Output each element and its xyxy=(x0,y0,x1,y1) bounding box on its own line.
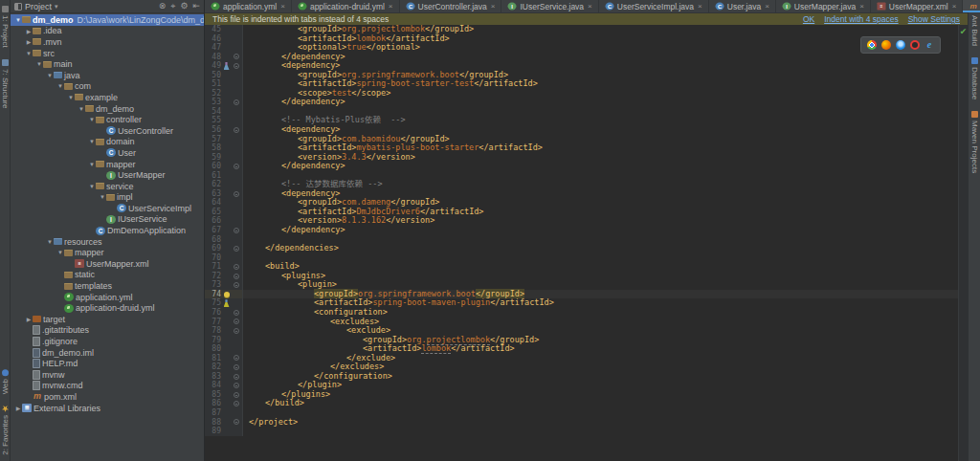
fold-marker-icon[interactable] xyxy=(232,401,241,406)
fold-marker-icon[interactable] xyxy=(232,127,241,133)
settings-icon[interactable]: ⚙ xyxy=(180,1,188,11)
code-line-87[interactable]: 87 xyxy=(205,408,958,418)
tree-item-usermapper[interactable]: IUserMapper xyxy=(11,169,204,181)
tree-expander-icon[interactable]: ▼ xyxy=(67,95,75,100)
tree-item-usermapper-xml[interactable]: ≡UserMapper.xml xyxy=(11,258,204,270)
fold-circle[interactable] xyxy=(234,63,239,69)
tree-item-pom-xml[interactable]: mpom.xml xyxy=(11,391,204,403)
code-line-86[interactable]: 86</build> xyxy=(205,399,958,408)
opera-icon[interactable] xyxy=(910,40,920,50)
code-line-69[interactable]: 69</dependencies> xyxy=(205,244,958,253)
tree-item-iuserservice[interactable]: IIUserService xyxy=(11,214,204,226)
banner-link-indent-with-4-spaces[interactable]: Indent with 4 spaces xyxy=(824,14,899,24)
inspection-ok-icon[interactable]: ✔ xyxy=(960,28,968,36)
code-line-81[interactable]: 81</exclude> xyxy=(205,354,958,363)
toolwindow-button-web[interactable]: Web xyxy=(1,363,10,400)
fold-marker-icon[interactable] xyxy=(232,355,241,361)
tree-item-mapper[interactable]: ▼mapper xyxy=(11,247,204,258)
fold-circle[interactable] xyxy=(234,54,239,59)
tree-item-application-druid-yml[interactable]: application-druid.yml xyxy=(11,302,204,314)
tree-expander-icon[interactable]: ▼ xyxy=(56,83,64,89)
firefox-icon[interactable] xyxy=(881,40,891,50)
fold-circle[interactable] xyxy=(234,310,239,316)
tree-item-main[interactable]: ▼main xyxy=(11,58,204,70)
tree-expander-icon[interactable]: ▼ xyxy=(56,250,64,255)
tree-expander-icon[interactable]: ▼ xyxy=(99,194,106,200)
tab-usermapper-xml[interactable]: ≡UserMapper.xml× xyxy=(871,0,964,12)
toolwindow-button-database[interactable]: Database xyxy=(970,52,979,105)
toolwindow-button--favorites[interactable]: 2: Favorites xyxy=(1,400,10,461)
tab-close-icon[interactable]: × xyxy=(491,2,496,11)
tree-expander-icon[interactable]: ▼ xyxy=(88,184,96,189)
fold-circle[interactable] xyxy=(234,282,239,288)
bulb-icon[interactable] xyxy=(224,292,230,297)
fold-marker-icon[interactable] xyxy=(232,228,241,233)
tree-expander-icon[interactable]: ▶ xyxy=(25,316,33,322)
error-stripe[interactable]: ✔ xyxy=(958,25,968,461)
tree-item--gitattributes[interactable]: .gitattributes xyxy=(11,325,204,337)
tree-item-user[interactable]: CUser xyxy=(11,147,204,159)
tree-item-application-yml[interactable]: application.yml xyxy=(11,292,204,303)
tree-expander-icon[interactable]: ▶ xyxy=(14,405,22,411)
maven-flask-test-icon[interactable] xyxy=(221,62,232,70)
flask-icon[interactable] xyxy=(224,62,230,70)
tab-application-druid-yml[interactable]: application-druid.yml× xyxy=(292,0,400,12)
tree-expander-icon[interactable]: ▼ xyxy=(14,17,22,23)
fold-marker-icon[interactable] xyxy=(232,328,241,334)
tree-item-dm-demo-iml[interactable]: dm_demo.iml xyxy=(11,347,204,359)
fold-marker-icon[interactable] xyxy=(232,392,241,398)
fold-marker-icon[interactable] xyxy=(232,364,241,370)
fold-circle[interactable] xyxy=(234,419,239,425)
code-line-67[interactable]: 67</dependency> xyxy=(205,226,958,235)
fold-circle[interactable] xyxy=(234,364,239,370)
tree-item-src[interactable]: ▼src xyxy=(11,48,204,59)
fold-circle[interactable] xyxy=(234,228,239,233)
tree-expander-icon[interactable]: ▼ xyxy=(46,239,54,245)
code-line-78[interactable]: 78<exclude> xyxy=(205,326,958,336)
tree-item-static[interactable]: static xyxy=(11,270,204,281)
tab-dm-demo[interactable]: mdm_demo× xyxy=(963,0,980,12)
tree-item-dm-demo[interactable]: ▼dm_demo xyxy=(11,103,204,115)
tree-item-com[interactable]: ▼com xyxy=(11,81,204,93)
fold-marker-icon[interactable] xyxy=(232,374,241,380)
toolwindow-button-maven-projects[interactable]: Maven Projects xyxy=(970,105,979,179)
tab-close-icon[interactable]: × xyxy=(588,2,592,11)
fold-marker-icon[interactable] xyxy=(232,99,241,105)
fold-circle[interactable] xyxy=(234,328,239,334)
fold-marker-icon[interactable] xyxy=(232,318,241,324)
toolwindow-button--project[interactable]: 1: Project xyxy=(1,0,10,54)
code-line-85[interactable]: 85</plugins> xyxy=(205,390,958,400)
tree-expander-icon[interactable]: ▼ xyxy=(46,73,54,78)
tree-item-mapper[interactable]: ▼mapper xyxy=(11,159,204,170)
tab-close-icon[interactable]: × xyxy=(859,2,864,11)
tree-item--idea[interactable]: ▶.idea xyxy=(11,26,204,37)
fold-circle[interactable] xyxy=(234,392,239,398)
flask-icon[interactable] xyxy=(224,299,230,307)
chrome-icon[interactable] xyxy=(867,40,877,50)
project-view-selector[interactable]: Project ▾ xyxy=(14,2,58,11)
fold-marker-icon[interactable] xyxy=(232,310,241,316)
tab-close-icon[interactable]: × xyxy=(952,2,957,11)
tree-item-example[interactable]: ▼example xyxy=(11,92,204,103)
tab-application-yml[interactable]: application.yml× xyxy=(205,0,292,12)
tree-item-resources[interactable]: ▼resources xyxy=(11,236,204,248)
banner-link-show-settings[interactable]: Show Settings xyxy=(908,14,960,24)
fold-circle[interactable] xyxy=(234,164,239,169)
tree-item-help-md[interactable]: HELP.md xyxy=(11,358,204,369)
fold-marker-icon[interactable] xyxy=(232,274,241,279)
safari-icon[interactable] xyxy=(896,40,905,50)
fold-circle[interactable] xyxy=(234,99,239,105)
tree-item-controller[interactable]: ▼controller xyxy=(11,114,204,125)
fold-marker-icon[interactable] xyxy=(232,264,241,270)
tab-close-icon[interactable]: × xyxy=(765,2,769,11)
tree-item-dm-demo[interactable]: ▼dm_demoD:\Java\work\LinZongCode\dm_demo xyxy=(11,14,204,26)
collapse-all-icon[interactable]: ⇤ xyxy=(192,1,200,11)
tree-expander-icon[interactable]: ▼ xyxy=(35,61,43,67)
tab-close-icon[interactable]: × xyxy=(389,2,393,11)
fold-circle[interactable] xyxy=(234,355,239,361)
fold-circle[interactable] xyxy=(234,318,239,324)
code-editor[interactable]: 45<groupId>org.projectlombok</groupId>46… xyxy=(205,25,958,461)
fold-marker-icon[interactable] xyxy=(232,246,241,252)
fold-marker-icon[interactable] xyxy=(232,282,241,288)
tree-item-service[interactable]: ▼service xyxy=(11,181,204,192)
